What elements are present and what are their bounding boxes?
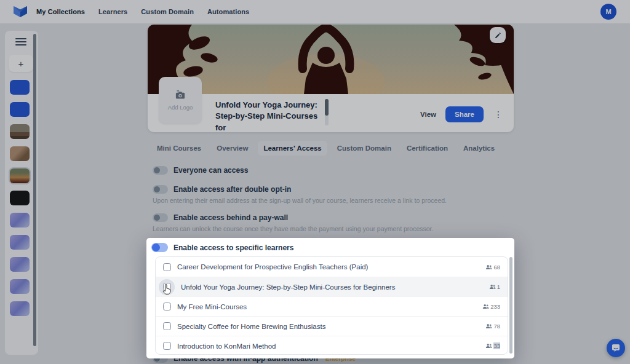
people-icon [485,264,492,270]
checkbox-icon[interactable] [163,322,171,330]
course-title: Introduction to KonMari Method [177,342,276,350]
course-title: Unfold Your Yoga Journey: Step-by-Step M… [181,283,395,291]
course-row[interactable]: Introduction to KonMari Method 33 [156,336,508,355]
toggle-label: Enable access to specific learners [173,243,293,252]
specific-learners-panel: Enable access to specific learners Caree… [146,238,514,358]
list-scrollbar[interactable] [509,257,512,354]
course-access-list: Career Development for Prospective Engli… [155,256,508,355]
checkbox-icon[interactable] [163,303,171,311]
course-row[interactable]: Specialty Coffee for Home Brewing Enthus… [156,316,508,336]
people-icon [482,304,489,309]
specific-learners-toggle[interactable] [151,243,168,252]
learner-count: 1 [489,283,500,290]
course-title: My Free Mini-Courses [177,303,247,311]
course-row[interactable]: Career Development for Prospective Engli… [156,257,508,277]
course-row[interactable]: My Free Mini-Courses 233 [156,296,508,316]
people-icon [485,343,492,349]
learner-count: 78 [485,323,500,330]
toggle-row-specific-learners: Enable access to specific learners [151,243,293,252]
checkbox-icon[interactable] [163,342,171,350]
course-title: Specialty Coffee for Home Brewing Enthus… [177,323,325,330]
app: My Collections Learners Custom Domain Au… [0,0,630,364]
course-row-hovered[interactable]: Unfold Your Yoga Journey: Step-by-Step M… [156,277,508,296]
learner-count: 68 [485,264,500,271]
course-title: Career Development for Prospective Engli… [177,263,368,271]
checkbox-hover-halo [159,279,175,295]
learner-count: 33 [485,342,500,349]
learner-count: 233 [482,303,500,310]
people-icon [485,323,492,329]
checkbox-icon[interactable] [163,283,171,291]
checkbox-icon[interactable] [163,263,171,271]
people-icon [489,284,496,290]
